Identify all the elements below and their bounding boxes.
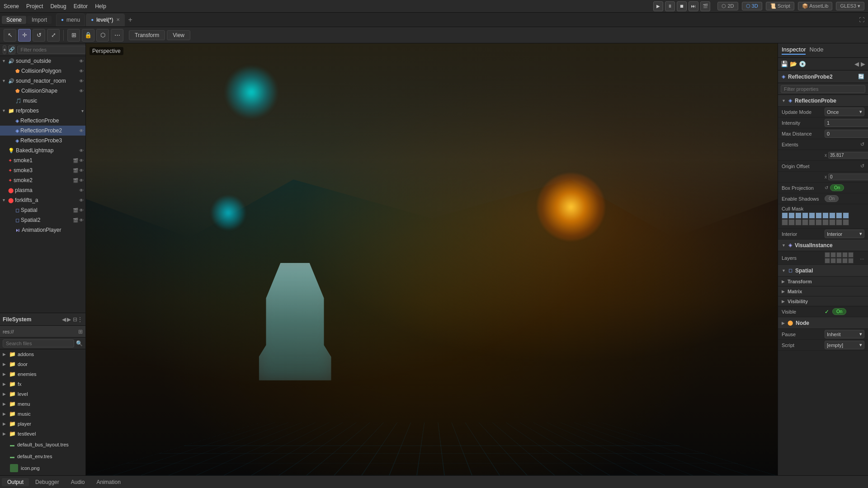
eye-icon-smoke1[interactable]: 👁 (79, 158, 84, 163)
tree-arrow-forklifts[interactable]: ▼ (2, 198, 7, 202)
eye-icon-forklifts[interactable]: 👁 (79, 198, 84, 203)
tree-node-forklifts[interactable]: ▼ ⬤ forklifts_a 👁 (0, 195, 85, 205)
fs-folder-arrow-testlevel[interactable]: ▶ (3, 432, 7, 436)
menu-project[interactable]: Project (26, 3, 43, 9)
layer-cell-5[interactable] (848, 252, 854, 258)
eye-icon-refprobe2[interactable]: 👁 (79, 128, 84, 133)
cull-cell-2[interactable] (788, 212, 795, 219)
eye-icon-spatial2[interactable]: 👁 (79, 218, 84, 223)
layer-cell-4[interactable] (842, 252, 848, 258)
fs-folder-testlevel[interactable]: ▶ 📁 testlevel (0, 429, 85, 439)
subsection-visibility[interactable]: ▶ Visibility (778, 296, 868, 306)
tree-node-sound-outside[interactable]: ▼ 🔊 sound_outside 👁 (0, 56, 85, 66)
tab-view[interactable]: View (167, 30, 190, 40)
tool-scale[interactable]: ⤢ (47, 29, 60, 42)
box-projection-reset-icon[interactable]: ↺ (825, 185, 828, 190)
bottom-tab-audio[interactable]: Audio (66, 478, 90, 486)
section-reflection-probe[interactable]: ▼ ◈ ReflectionProbe (778, 95, 868, 107)
bottom-tab-animation[interactable]: Animation (91, 478, 126, 486)
tool-grid[interactable]: ⊞ (67, 29, 80, 42)
fs-folder-fx[interactable]: ▶ 📁 fx (0, 379, 85, 389)
insp-folder-icon[interactable]: 📂 (790, 61, 797, 67)
cull-cell-17[interactable] (822, 219, 829, 225)
mode-assetlib[interactable]: 📦 AssetLib (798, 2, 833, 10)
fullscreen-button[interactable]: ⛶ (859, 17, 864, 23)
pause-button[interactable]: ⏸ (665, 1, 675, 11)
cull-cell-3[interactable] (795, 212, 802, 219)
step-button[interactable]: ⏭ (689, 1, 698, 11)
section-spatial[interactable]: ▼ ◻ Spatial (778, 265, 868, 277)
fs-folder-arrow-addons[interactable]: ▶ (3, 352, 7, 357)
cull-cell-5[interactable] (809, 212, 815, 219)
fs-folder-arrow-menu[interactable]: ▶ (3, 402, 7, 406)
subsection-transform[interactable]: ▶ Transform (778, 277, 868, 286)
fs-folder-arrow-enemies[interactable]: ▶ (3, 372, 7, 376)
input-max-distance[interactable] (825, 130, 868, 138)
fs-menu-button[interactable]: ⋮ (77, 316, 83, 323)
menu-help[interactable]: Help (95, 3, 106, 9)
cull-cell-14[interactable] (802, 219, 808, 225)
cull-cell-20[interactable] (843, 219, 849, 225)
eye-icon-smoke2[interactable]: 👁 (79, 178, 84, 183)
tree-node-plasma[interactable]: ⬤ plasma 👁 (0, 185, 85, 195)
cull-cell-13[interactable] (795, 219, 802, 225)
tab-scene[interactable]: Scene (2, 16, 26, 24)
cull-cell-4[interactable] (802, 212, 808, 219)
cull-cell-19[interactable] (836, 219, 842, 225)
fs-folder-music[interactable]: ▶ 📁 music (0, 409, 85, 419)
fs-folder-addons[interactable]: ▶ 📁 addons (0, 349, 85, 359)
layer-cell-2[interactable] (830, 252, 836, 258)
tool-rotate[interactable]: ↺ (33, 29, 45, 42)
fs-folder-arrow-level[interactable]: ▶ (3, 392, 7, 396)
movie-button[interactable]: 🎬 (700, 1, 710, 11)
tree-node-animation-player[interactable]: ⏯ AnimationPlayer (0, 225, 85, 235)
fs-folder-door[interactable]: ▶ 📁 door (0, 359, 85, 369)
renderer-badge[interactable]: GLES3 ▾ (836, 2, 864, 10)
tool-lock[interactable]: 🔒 (82, 29, 94, 42)
filter-props-input[interactable] (781, 85, 865, 93)
tree-node-collision-polygon[interactable]: ⬟ CollisionPolygon 👁 (0, 66, 85, 76)
tree-node-smoke1[interactable]: ✦ smoke1 🎬 👁 (0, 155, 85, 165)
layer-cell-3[interactable] (836, 252, 842, 258)
fs-folder-player[interactable]: ▶ 📁 player (0, 419, 85, 429)
tree-node-refprobes[interactable]: ▼ 📁 refprobes ▾ (0, 106, 85, 116)
menu-editor[interactable]: Editor (74, 3, 88, 9)
origin-x-input[interactable] (828, 174, 868, 180)
fs-layout-toggle[interactable]: ⊞ (78, 328, 83, 335)
dropdown-pause[interactable]: Inherit ▾ (825, 330, 864, 338)
tab-transform[interactable]: Transform (129, 30, 165, 40)
layer-cell-9[interactable] (842, 258, 848, 263)
cull-cell-15[interactable] (809, 219, 815, 225)
bottom-tab-output[interactable]: Output (2, 478, 29, 486)
tool-select[interactable]: ↖ (4, 29, 16, 42)
fs-folder-arrow-music[interactable]: ▶ (3, 412, 7, 416)
cull-cell-1[interactable] (782, 212, 788, 219)
tree-node-refprobe1[interactable]: ◈ ReflectionProbe (0, 116, 85, 126)
cull-cell-9[interactable] (836, 212, 842, 219)
filesystem-search-input[interactable] (3, 339, 74, 347)
extents-reset-icon[interactable]: ↺ (860, 141, 864, 147)
eye-icon-collision-polygon[interactable]: 👁 (79, 69, 84, 74)
tree-arrow-refprobes[interactable]: ▼ (2, 108, 7, 113)
toggle-visible[interactable]: On (832, 308, 846, 315)
tree-arrow-sound-outside[interactable]: ▼ (2, 59, 7, 63)
cull-cell-8[interactable] (829, 212, 835, 219)
tree-node-baked-lightmap[interactable]: 💡 BakedLightmap 👁 (0, 145, 85, 155)
tree-node-spatial2[interactable]: ◻ Spatial2 🎬 👁 (0, 215, 85, 225)
fs-file-bus-layout[interactable]: ▬ default_bus_layout.tres (0, 439, 85, 450)
eye-icon-baked-lightmap[interactable]: 👁 (79, 148, 84, 153)
insp-disk-icon[interactable]: 💿 (799, 61, 806, 67)
tree-node-spatial1[interactable]: ◻ Spatial 🎬 👁 (0, 205, 85, 215)
menu-scene[interactable]: Scene (4, 3, 19, 9)
filter-nodes-input[interactable] (17, 46, 85, 54)
tree-node-refprobe3[interactable]: ◈ ReflectionProbe3 (0, 136, 85, 145)
bottom-tab-debugger[interactable]: Debugger (30, 478, 65, 486)
toggle-box-projection[interactable]: On (830, 184, 844, 191)
input-intensity[interactable] (825, 119, 868, 127)
cull-cell-18[interactable] (829, 219, 835, 225)
layer-cell-8[interactable] (836, 258, 842, 263)
layer-cell-6[interactable] (825, 258, 830, 263)
tree-node-collision-shape[interactable]: ⬟ CollisionShape 👁 (0, 86, 85, 96)
tab-node[interactable]: Node (809, 46, 823, 55)
tree-node-refprobe2[interactable]: ◈ ReflectionProbe2 👁 (0, 126, 85, 136)
